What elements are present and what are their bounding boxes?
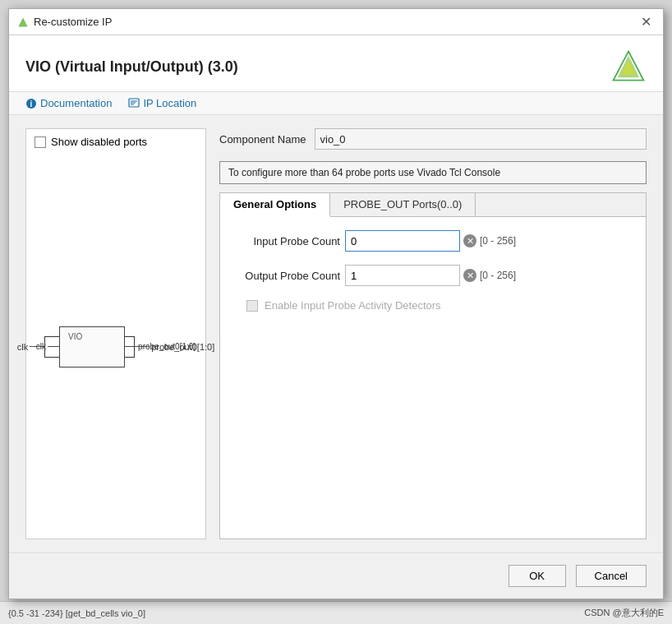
right-panel: Component Name To configure more than 64… [219, 128, 647, 539]
status-bar: {0.5 -31 -234} [get_bd_cells vio_0] CSDN… [0, 601, 672, 624]
ip-title: VIO (Virtual Input/Output) (3.0) [25, 58, 238, 76]
show-disabled-ports-checkbox[interactable] [35, 136, 46, 148]
dialog: Re-customize IP ✕ VIO (Virtual Input/Out… [8, 8, 664, 599]
vivado-logo-icon [610, 49, 647, 85]
tab-probe-out-ports[interactable]: PROBE_OUT Ports(0..0) [330, 193, 476, 216]
tabs-container: General Options PROBE_OUT Ports(0..0) In… [219, 192, 647, 539]
status-right: CSDN @意大利的E [584, 607, 664, 619]
svg-text:i: i [30, 99, 33, 109]
info-banner: To configure more than 64 probe ports us… [219, 161, 647, 184]
close-button[interactable]: ✕ [637, 14, 655, 30]
enable-input-probe-label: Enable Input Probe Activity Detectors [265, 299, 441, 312]
left-panel: Show disabled ports clk [25, 128, 206, 539]
tabs-header: General Options PROBE_OUT Ports(0..0) [220, 193, 646, 217]
clk-port-text: clk [36, 342, 46, 351]
status-left: {0.5 -31 -234} [get_bd_cells vio_0] [8, 608, 145, 618]
dialog-body: Show disabled ports clk [9, 115, 663, 552]
show-disabled-ports-label: Show disabled ports [51, 136, 147, 148]
component-name-row: Component Name [219, 128, 647, 150]
documentation-label: Documentation [40, 97, 112, 109]
enable-input-probe-checkbox [246, 300, 258, 312]
vio-diagram: clk VIO probe_out0[1:0] [36, 326, 196, 367]
nav-bar: i Documentation IP Location [9, 92, 663, 115]
component-diagram: clk probe_out0[1:0] [26, 155, 205, 538]
title-bar: Re-customize IP ✕ [9, 9, 663, 35]
output-probe-count-input[interactable] [345, 265, 460, 286]
title-logo-icon [17, 16, 29, 28]
cancel-button[interactable]: Cancel [576, 565, 647, 587]
dialog-footer: OK Cancel [9, 552, 663, 599]
enable-input-probe-row: Enable Input Probe Activity Detectors [246, 299, 633, 312]
tab-content-general: Input Probe Count ✕ [0 - 256] Output Pro… [220, 217, 646, 325]
input-probe-count-input[interactable] [345, 230, 460, 252]
tab-general-options[interactable]: General Options [220, 193, 330, 217]
ip-location-link[interactable]: IP Location [128, 97, 196, 109]
input-probe-count-label: Input Probe Count [233, 235, 340, 247]
location-icon [128, 98, 140, 109]
input-probe-count-clear-button[interactable]: ✕ [463, 234, 476, 247]
component-name-label: Component Name [219, 133, 306, 146]
info-icon: i [25, 98, 37, 109]
output-probe-count-clear-button[interactable]: ✕ [463, 269, 476, 282]
output-probe-count-row: Output Probe Count ✕ [0 - 256] [233, 265, 633, 286]
input-probe-count-row: Input Probe Count ✕ [0 - 256] [233, 230, 633, 252]
ok-button[interactable]: OK [509, 565, 566, 587]
probe-out-port-text: probe_out0[1:0] [138, 342, 196, 351]
documentation-link[interactable]: i Documentation [25, 97, 112, 109]
clk-label: clk [17, 342, 28, 352]
input-probe-count-range: [0 - 256] [480, 235, 516, 247]
inner-component-box: VIO [59, 326, 125, 367]
ip-location-label: IP Location [143, 97, 196, 109]
left-panel-header: Show disabled ports [26, 129, 205, 155]
output-probe-count-label: Output Probe Count [233, 270, 340, 282]
dialog-title-text: Re-customize IP [34, 16, 112, 28]
output-probe-count-range: [0 - 256] [480, 270, 516, 281]
dialog-header: VIO (Virtual Input/Output) (3.0) [9, 35, 663, 92]
component-name-input[interactable] [315, 128, 647, 150]
